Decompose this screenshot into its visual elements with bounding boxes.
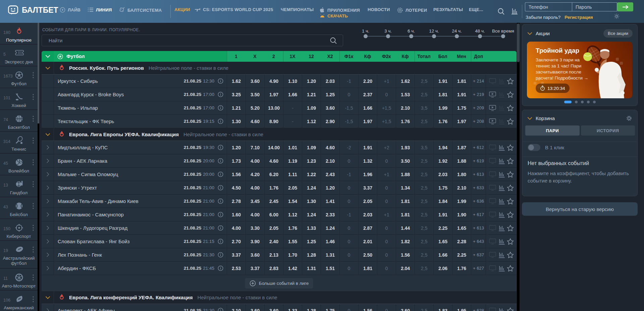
theme-sun-icon[interactable]	[614, 13, 620, 19]
odd-cell[interactable]: 3.50	[396, 154, 415, 167]
odd-cell[interactable]: 0	[339, 88, 358, 101]
odd-cell[interactable]: 2.04	[396, 262, 415, 275]
odd-cell[interactable]: 1.76	[452, 262, 471, 275]
odd-cell[interactable]: 2.10	[321, 154, 339, 167]
odd-cell[interactable]: 1.99	[433, 101, 452, 114]
kebab-menu-icon[interactable]	[33, 138, 34, 144]
odd-cell[interactable]: 4.20	[246, 168, 264, 181]
odd-cell[interactable]: 2.20	[358, 74, 377, 88]
odd-cell[interactable]: 2.03	[321, 74, 339, 88]
odd-cell[interactable]: 2.05	[264, 221, 283, 235]
info-icon[interactable]	[218, 225, 223, 231]
odd-cell[interactable]: 14.00	[264, 141, 283, 154]
odd-cell[interactable]: 1.91	[433, 208, 452, 221]
odd-cell[interactable]: 1.91	[358, 141, 377, 154]
odd-cell[interactable]: 2,5	[415, 208, 433, 221]
event-expand-chevron-icon[interactable]	[42, 235, 54, 248]
event-expand-chevron-icon[interactable]	[42, 195, 54, 208]
statistics-icon[interactable]	[498, 158, 505, 164]
odd-cell[interactable]: 4.00	[227, 221, 246, 235]
odd-cell[interactable]: 2.28	[452, 235, 471, 248]
event-expand-chevron-icon[interactable]	[42, 248, 54, 261]
odd-cell[interactable]: 1.99	[452, 195, 471, 208]
main-scrollbar[interactable]	[517, 23, 520, 311]
promo-banner[interactable]: Тройной удар Заключите 3 пари натеннис з…	[527, 42, 632, 98]
event-row[interactable]: Слован Братислава - Янг Бойз21.08.2521:1…	[42, 235, 517, 248]
kebab-menu-icon[interactable]	[33, 94, 34, 100]
statistics-icon[interactable]	[498, 78, 505, 84]
odd-cell[interactable]: 0	[377, 195, 396, 208]
odd-cell[interactable]: 3.60	[246, 248, 264, 261]
odd-cell[interactable]: 0	[339, 262, 358, 275]
odd-cell[interactable]: 2.13	[264, 248, 283, 261]
odd-cell[interactable]: 2,5	[415, 74, 433, 88]
time-filter-stop-7[interactable]	[501, 34, 505, 38]
odd-cell[interactable]: 2,5	[415, 248, 433, 261]
league-collapse-chevron-icon[interactable]	[42, 291, 54, 304]
odd-cell[interactable]: 2.37	[358, 88, 377, 101]
banner-dot-2[interactable]	[575, 101, 578, 103]
odd-cell[interactable]: 2.43	[321, 168, 339, 181]
odd-cell[interactable]: 1.80	[452, 168, 471, 181]
nav-baltsystem[interactable]: БАЛТСИСТЕМА	[119, 7, 162, 13]
tv-icon[interactable]	[489, 307, 496, 311]
odd-cell[interactable]: 2.60	[396, 304, 415, 311]
odd-cell[interactable]: 1.01	[283, 141, 302, 154]
login-button[interactable]	[617, 2, 633, 11]
odd-cell[interactable]: 1.92	[433, 154, 452, 167]
odd-cell[interactable]: 1.09	[302, 141, 321, 154]
time-filter-stop-1[interactable]	[364, 34, 368, 38]
favorite-star-icon[interactable]	[507, 91, 514, 98]
odd-cell[interactable]: 0	[339, 304, 358, 311]
odd-cell[interactable]: 2,5	[415, 88, 433, 101]
more-odds-count[interactable]: + 208	[471, 115, 486, 128]
event-expand-chevron-icon[interactable]	[42, 168, 54, 181]
sidebar-item-7[interactable]: 45Волейбол	[0, 154, 38, 175]
odd-cell[interactable]: 4.00	[246, 181, 264, 194]
gear-icon[interactable]	[626, 115, 633, 122]
odd-cell[interactable]: 2.78	[227, 195, 246, 208]
odd-cell[interactable]: 13.00	[264, 101, 283, 114]
event-row[interactable]: Текстильщик - ФК Тверь21.08.2519:151.304…	[42, 115, 517, 128]
event-row[interactable]: Панатинаикос - Самсунспор21.08.2521:001.…	[42, 208, 517, 221]
kebab-menu-icon[interactable]	[33, 72, 34, 78]
odd-cell[interactable]: 1.76	[396, 115, 415, 128]
tv-icon[interactable]	[489, 144, 496, 151]
back-to-old-version-button[interactable]: Вернуться на старую версию	[522, 202, 638, 216]
statistics-icon[interactable]	[498, 225, 505, 231]
odd-cell[interactable]: 1.19	[283, 154, 302, 167]
odd-cell[interactable]: 4.60	[246, 115, 264, 128]
odd-cell[interactable]: 2.45	[264, 195, 283, 208]
odd-cell[interactable]: 1.56	[396, 248, 415, 261]
odd-cell[interactable]: 1.42	[283, 262, 302, 275]
more-odds-count[interactable]: + 636	[471, 195, 486, 208]
sidebar-item-2[interactable]: 5Экспресс дня	[0, 45, 38, 66]
header-stats-icon[interactable]	[511, 7, 518, 14]
odd-cell[interactable]: 3.25	[227, 88, 246, 101]
odd-cell[interactable]: 1.66	[283, 88, 302, 101]
odd-cell[interactable]: 3,5	[415, 141, 433, 154]
odd-cell[interactable]: 3.37	[227, 248, 246, 261]
time-filter-stop-2[interactable]	[386, 34, 390, 38]
statistics-icon[interactable]	[498, 265, 505, 271]
odd-cell[interactable]: 1.20	[321, 181, 339, 194]
odd-cell[interactable]: 0	[377, 181, 396, 194]
sidebar-item-11[interactable]: 19Австралийскийфутбол	[0, 241, 38, 269]
odd-cell[interactable]: 1.10	[283, 74, 302, 88]
more-odds-count[interactable]: + 628	[471, 304, 486, 311]
favorite-star-icon[interactable]	[507, 185, 514, 191]
odd-cell[interactable]: 1.81	[433, 88, 452, 101]
odd-cell[interactable]: 1.32	[358, 154, 377, 167]
favorite-star-icon[interactable]	[507, 105, 514, 111]
odd-cell[interactable]: 2.06	[433, 262, 452, 275]
odd-cell[interactable]: 0	[377, 221, 396, 235]
event-expand-chevron-icon[interactable]	[42, 181, 54, 194]
odd-cell[interactable]: 1.33	[283, 304, 302, 311]
odd-cell[interactable]: +2	[377, 141, 396, 154]
more-odds-count[interactable]: + 612	[471, 141, 486, 154]
event-expand-chevron-icon[interactable]	[42, 101, 54, 114]
odd-cell[interactable]: 0	[339, 235, 358, 248]
odd-cell[interactable]: 1.60	[227, 208, 246, 221]
odd-cell[interactable]: 1.75	[452, 101, 471, 114]
odd-cell[interactable]: +1,5	[377, 115, 396, 128]
